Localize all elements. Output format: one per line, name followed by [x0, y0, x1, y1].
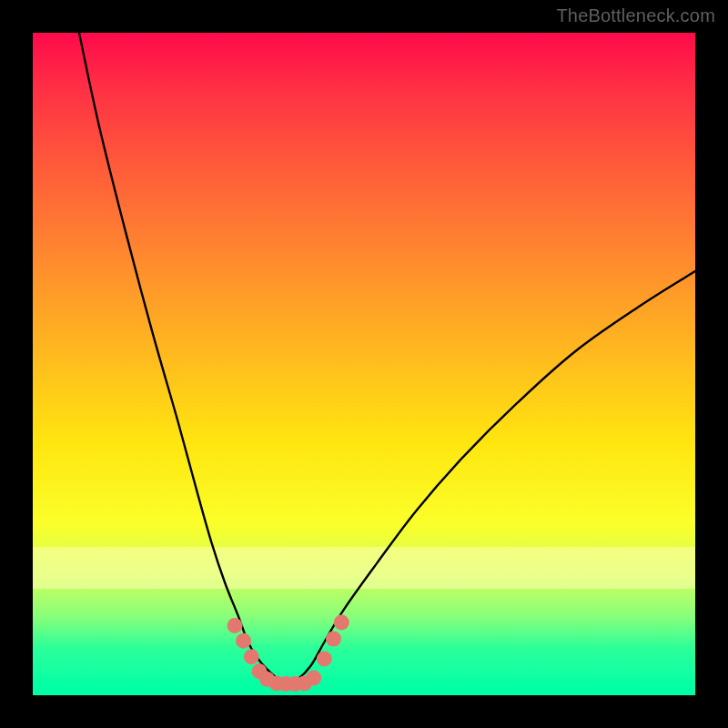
chart-frame: TheBottleneck.com — [0, 0, 728, 728]
data-marker — [236, 633, 251, 649]
data-marker — [334, 614, 349, 630]
data-marker — [228, 618, 243, 633]
data-marker — [326, 632, 341, 647]
data-marker — [317, 651, 332, 666]
curve-layer — [33, 33, 695, 695]
data-marker — [244, 649, 259, 664]
data-marker — [306, 671, 321, 686]
bottleneck-curve-left — [79, 33, 288, 683]
marker-group — [228, 614, 349, 692]
watermark-text: TheBottleneck.com — [556, 5, 715, 26]
